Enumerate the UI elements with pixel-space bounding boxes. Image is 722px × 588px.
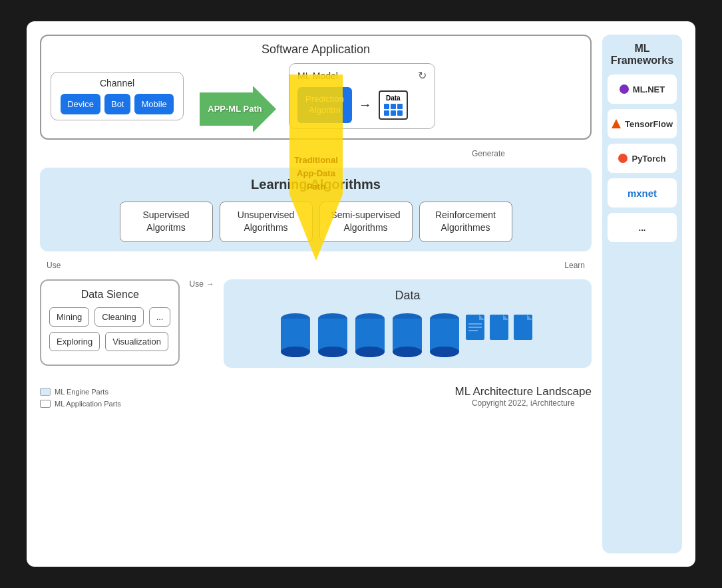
data-science-box: Data Sience Mining Cleaning ... Explorin… bbox=[40, 279, 180, 366]
software-app-title: Software Application bbox=[51, 43, 581, 57]
fw-more-label: ... bbox=[639, 223, 646, 233]
exploring-btn: Exploring bbox=[49, 332, 100, 351]
learning-wrapper: Learning Algorithms SupervisedAlgoritms … bbox=[40, 168, 592, 251]
dot bbox=[384, 110, 389, 116]
footer-title: ML Architecture Landscape bbox=[455, 385, 592, 398]
tf-icon bbox=[612, 119, 621, 128]
cylinder-5 bbox=[429, 312, 460, 359]
footer-row: ML Engine Parts ML Application Parts ML … bbox=[40, 382, 592, 408]
footer-copyright: Copyright 2022, iArchitecture bbox=[455, 398, 592, 408]
cylinders-row bbox=[233, 312, 582, 359]
visualization-btn: Visualization bbox=[105, 332, 168, 351]
fw-mxnet: mxnet bbox=[608, 178, 677, 208]
tf-label: TensorFlow bbox=[625, 119, 673, 129]
mlnet-label: ML.NET bbox=[633, 84, 665, 94]
bottom-row: Data Sience Mining Cleaning ... Explorin… bbox=[40, 279, 592, 368]
right-arrow-icon: → bbox=[359, 97, 372, 112]
legend-app-label: ML Application Parts bbox=[55, 400, 121, 408]
use-learn-row: Use Learn bbox=[40, 261, 592, 270]
file-icons bbox=[466, 315, 535, 359]
legend: ML Engine Parts ML Application Parts bbox=[40, 388, 121, 408]
file-icon-1 bbox=[466, 315, 487, 341]
supervised-algo: SupervisedAlgoritms bbox=[120, 202, 213, 242]
dots-btn: ... bbox=[149, 307, 171, 327]
ds-buttons-row-1: Mining Cleaning ... bbox=[49, 307, 170, 327]
dot bbox=[397, 104, 403, 109]
learning-box: Learning Algorithms SupervisedAlgoritms … bbox=[40, 168, 592, 251]
legend-engine: ML Engine Parts bbox=[40, 388, 121, 396]
cylinder-1 bbox=[279, 312, 311, 359]
ml-model-title: ML Model bbox=[297, 71, 338, 81]
footer: ML Architecture Landscape Copyright 2022… bbox=[455, 385, 592, 408]
mxnet-label: mxnet bbox=[628, 188, 657, 199]
mlnet-icon bbox=[620, 84, 629, 94]
dot bbox=[384, 104, 389, 109]
device-button[interactable]: Device bbox=[61, 94, 100, 114]
software-app-box: Software Application Channel Device Bot … bbox=[40, 35, 592, 140]
cylinder-3 bbox=[354, 312, 386, 359]
refresh-icon: ↻ bbox=[418, 69, 427, 82]
right-arrow-mid: → bbox=[206, 279, 214, 289]
ml-model-content: PredictionAlgoritm → Data bbox=[297, 87, 427, 123]
channel-buttons: Device Bot Mobile bbox=[59, 94, 175, 114]
mining-btn: Mining bbox=[49, 307, 89, 327]
fw-pytorch: PyTorch bbox=[608, 144, 677, 173]
learn-label: Learn bbox=[564, 261, 585, 270]
matrix-dots bbox=[384, 104, 403, 116]
prediction-btn[interactable]: PredictionAlgoritm bbox=[297, 87, 352, 123]
data-matrix: Data bbox=[379, 90, 408, 120]
dot bbox=[391, 110, 396, 116]
ml-frameworks-sidebar: MLFrameworks ML.NET TensorFlow PyTorch m… bbox=[602, 35, 682, 553]
semi-supervised-algo: Semi-supervisedAlgorithms bbox=[319, 202, 413, 242]
ml-model-box: ML Model ↻ PredictionAlgoritm → Data bbox=[289, 63, 435, 129]
learning-title: Learning Algorithms bbox=[49, 177, 582, 192]
data-science-title: Data Sience bbox=[49, 289, 170, 301]
generate-label: Generate bbox=[472, 149, 505, 158]
legend-engine-label: ML Engine Parts bbox=[55, 388, 108, 396]
fw-more: ... bbox=[608, 213, 677, 242]
legend-app: ML Application Parts bbox=[40, 400, 121, 408]
dot bbox=[391, 104, 396, 109]
svg-point-8 bbox=[281, 347, 310, 357]
app-ml-path-label: APP-ML Path bbox=[198, 102, 271, 114]
cylinder-2 bbox=[317, 312, 349, 359]
algorithms-row: SupervisedAlgoritms UnsupervisedAlgorith… bbox=[49, 202, 582, 242]
svg-point-14 bbox=[355, 347, 385, 357]
svg-point-11 bbox=[318, 347, 347, 357]
cleaning-btn: Cleaning bbox=[94, 307, 143, 327]
ml-model-header: ML Model ↻ bbox=[297, 69, 427, 82]
ds-buttons-row-2: Exploring Visualization bbox=[49, 332, 170, 351]
software-inner: Channel Device Bot Mobile bbox=[51, 63, 581, 129]
data-box-title: Data bbox=[233, 289, 582, 303]
use-label-1: Use bbox=[47, 261, 61, 270]
pytorch-icon bbox=[618, 154, 628, 163]
left-content: Software Application Channel Device Bot … bbox=[40, 35, 592, 553]
file-icon-2 bbox=[490, 315, 511, 341]
legend-filled-box bbox=[40, 388, 51, 396]
dot bbox=[397, 110, 403, 116]
fw-title: MLFrameworks bbox=[611, 43, 673, 67]
mobile-button[interactable]: Mobile bbox=[134, 94, 173, 114]
channel-box: Channel Device Bot Mobile bbox=[51, 72, 184, 120]
unsupervised-algo: UnsupervisedAlgorithms bbox=[220, 202, 313, 242]
bot-button[interactable]: Bot bbox=[104, 94, 131, 114]
use-mid-label: Use bbox=[189, 279, 203, 289]
use-arrow-mid: Use → bbox=[189, 279, 214, 289]
channel-title: Channel bbox=[59, 78, 175, 88]
reinforcement-algo: ReinforcementAlgorithmes bbox=[419, 202, 512, 242]
main-container: Software Application Channel Device Bot … bbox=[27, 21, 695, 567]
cylinder-4 bbox=[391, 312, 423, 359]
pytorch-label: PyTorch bbox=[632, 154, 665, 164]
svg-point-20 bbox=[430, 347, 459, 357]
fw-tensorflow: TensorFlow bbox=[608, 109, 677, 138]
legend-outline-box bbox=[40, 400, 51, 408]
generate-area: Generate bbox=[40, 149, 592, 158]
data-matrix-label: Data bbox=[384, 94, 403, 102]
fw-mlnet: ML.NET bbox=[608, 74, 677, 104]
data-box: Data bbox=[224, 279, 592, 368]
svg-point-17 bbox=[393, 347, 422, 357]
file-icon-3 bbox=[514, 315, 535, 341]
